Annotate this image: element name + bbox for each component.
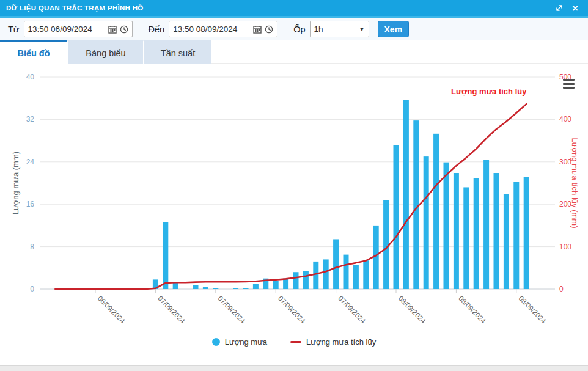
y-right-tick-label: 200	[559, 200, 571, 208]
interval-select[interactable]: 1h ▼	[310, 21, 369, 37]
to-label: Đến	[149, 24, 165, 34]
y-left-tick-label: 40	[26, 73, 35, 81]
rainfall-bar	[273, 281, 279, 289]
rainfall-bar	[504, 194, 509, 289]
to-datetime-input[interactable]: 13:50 08/09/2024	[169, 21, 277, 37]
rainfall-bar	[333, 239, 339, 289]
rainfall-bar	[203, 287, 208, 289]
expand-icon[interactable]	[551, 0, 567, 16]
rainfall-bar	[433, 134, 439, 289]
rainfall-bar	[323, 259, 329, 289]
chevron-down-icon: ▼	[359, 26, 365, 32]
y-right-tick-label: 100	[559, 243, 571, 251]
rainfall-bar	[243, 288, 249, 289]
legend-item-rainfall[interactable]: Lượng mưa	[212, 337, 267, 347]
x-tick-label: 08/09/2024	[397, 295, 428, 325]
tab-tan-suat[interactable]: Tần suất	[143, 40, 211, 64]
tab-bieu-do[interactable]: Biểu đồ	[0, 40, 67, 64]
rainfall-bar	[293, 272, 299, 289]
legend-label-rainfall: Lượng mưa	[225, 337, 267, 347]
y-right-axis-title: Lượng mưa tích lũy (mm)	[570, 138, 579, 228]
rainfall-bar	[303, 271, 309, 289]
rainfall-bar	[344, 255, 349, 289]
rainfall-bar	[283, 279, 288, 289]
y-right-tick-label: 0	[559, 285, 564, 293]
x-tick-label: 07/09/2024	[156, 295, 187, 325]
clock-icon[interactable]	[120, 25, 128, 34]
rainfall-bar	[193, 285, 199, 289]
y-right-tick-label: 300	[559, 158, 571, 166]
observation-data-modal: DỮ LIỆU QUAN TRẮC TRẠM PHÌNH HỒ × Từ 13:…	[0, 0, 588, 371]
rainfall-bar	[353, 265, 359, 289]
calendar-icon[interactable]	[253, 25, 262, 34]
rainfall-bar	[513, 182, 519, 289]
chart-panel: 0816243240010020030040050006/09/202407/0…	[0, 64, 588, 365]
hamburger-icon	[563, 79, 575, 81]
rainfall-bar	[233, 288, 238, 289]
rainfall-chart: 0816243240010020030040050006/09/202407/0…	[0, 64, 588, 365]
rainfall-bar	[413, 120, 419, 289]
x-tick-label: 07/09/2024	[337, 295, 367, 325]
tab-bang-bieu[interactable]: Bảng biểu	[67, 40, 143, 64]
y-left-axis-title: Lượng mưa (mm)	[11, 152, 20, 215]
tab-bar: Biểu đồ Bảng biểu Tần suất	[0, 40, 588, 64]
rainfall-bar	[313, 262, 318, 289]
interval-selected-value: 1h	[314, 24, 323, 34]
rainfall-bar	[444, 163, 449, 289]
rainfall-bar	[494, 173, 499, 289]
x-tick-label: 08/09/2024	[457, 295, 488, 325]
chart-menu-button[interactable]	[562, 78, 576, 89]
clock-icon[interactable]	[265, 25, 273, 34]
x-tick-label: 07/09/2024	[277, 295, 307, 325]
modal-title: DỮ LIỆU QUAN TRẮC TRẠM PHÌNH HỒ	[0, 4, 551, 12]
x-tick-label: 07/09/2024	[216, 295, 247, 325]
calendar-icon[interactable]	[108, 25, 117, 34]
x-tick-label: 08/09/2024	[517, 295, 548, 325]
to-datetime-value: 13:50 08/09/2024	[173, 24, 250, 34]
modal-header: DỮ LIỆU QUAN TRẮC TRẠM PHÌNH HỒ ×	[0, 0, 588, 16]
rainfall-bar	[483, 160, 489, 289]
cumulative-line-annotation: Lượng mưa tích lũy	[451, 87, 526, 96]
rainfall-bar	[454, 173, 459, 289]
from-label: Từ	[8, 24, 20, 34]
rainfall-bar	[524, 177, 529, 289]
rainfall-bar	[253, 284, 259, 289]
rainfall-bar	[463, 187, 469, 289]
query-toolbar: Từ 13:50 06/09/2024 Đến 13:50 08/09/2024…	[0, 16, 588, 40]
interval-label: Ốp	[293, 24, 305, 34]
legend-marker-cumulative	[290, 341, 301, 343]
rainfall-bar	[424, 156, 429, 289]
rainfall-bar	[173, 283, 178, 289]
rainfall-bar	[403, 100, 409, 289]
legend-item-cumulative[interactable]: Lượng mưa tích lũy	[290, 337, 376, 347]
y-left-tick-label: 0	[30, 285, 34, 293]
y-left-tick-label: 32	[26, 115, 35, 123]
from-datetime-input[interactable]: 13:50 06/09/2024	[24, 21, 133, 37]
rainfall-bar	[163, 222, 168, 289]
close-icon[interactable]: ×	[567, 0, 583, 16]
y-left-tick-label: 16	[26, 200, 35, 208]
y-left-tick-label: 24	[26, 158, 35, 166]
rainfall-bar	[363, 260, 369, 289]
rainfall-bar	[213, 288, 218, 289]
legend-marker-rainfall	[212, 338, 220, 346]
x-tick-label: 06/09/2024	[97, 295, 127, 325]
legend-label-cumulative: Lượng mưa tích lũy	[306, 337, 376, 347]
rainfall-bar	[383, 200, 389, 289]
page-background-strip	[0, 365, 588, 371]
chart-legend: Lượng mưa Lượng mưa tích lũy	[0, 337, 588, 347]
y-right-tick-label: 400	[559, 115, 571, 123]
rainfall-bar	[394, 145, 399, 289]
rainfall-bar	[474, 178, 479, 289]
view-button[interactable]: Xem	[378, 21, 410, 37]
y-left-tick-label: 8	[30, 243, 34, 251]
from-datetime-value: 13:50 06/09/2024	[28, 24, 105, 34]
